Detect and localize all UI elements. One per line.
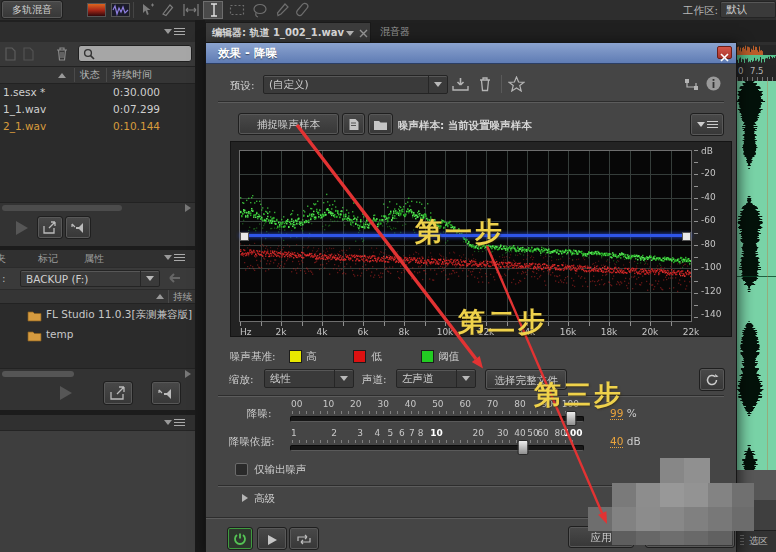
preview-play-button[interactable] <box>258 528 286 549</box>
search-input[interactable] <box>99 47 191 62</box>
file-row[interactable]: 1_1.wav0:07.299 <box>0 101 195 118</box>
noise-reduction-thumb[interactable] <box>566 411 577 426</box>
folder-row[interactable]: FL Studio 11.0.3[亲测兼容版] <box>0 304 195 324</box>
effect-power-toggle[interactable] <box>228 528 252 549</box>
channel-dropdown[interactable]: 左声道 <box>396 369 476 388</box>
panel-menu-icon[interactable] <box>164 254 185 261</box>
chevron-down-icon <box>456 370 470 387</box>
column-divider[interactable] <box>195 20 205 552</box>
noise-floor-handle-right[interactable] <box>682 232 691 241</box>
output-noise-only-label[interactable]: 仅输出噪声 <box>254 462 307 476</box>
scale-dropdown[interactable]: 线性 <box>264 369 354 388</box>
file-row[interactable]: 1.sesx *0:30.000 <box>0 84 195 101</box>
dialog-titlebar[interactable]: 效果 - 降噪 <box>206 43 736 64</box>
tab-mixer[interactable]: 混音器 <box>380 25 410 39</box>
noise-floor-handle-left[interactable] <box>240 232 249 241</box>
open-in-multitrack-button[interactable] <box>38 217 62 238</box>
timeline-ruler[interactable]: 0 7.5 <box>737 65 776 82</box>
annotation-step1: 第一步 <box>415 214 505 250</box>
slider-tick-label: 0 <box>297 399 303 409</box>
loop-preview-button[interactable] <box>290 528 318 549</box>
separator <box>218 485 724 487</box>
save-preset-icon[interactable] <box>452 77 469 92</box>
advanced-label[interactable]: 高级 <box>254 491 275 505</box>
file-duration: 0:07.299 <box>98 101 160 118</box>
trash-icon[interactable] <box>55 46 69 61</box>
dialog-close-button[interactable] <box>717 46 732 59</box>
advanced-expand-icon[interactable] <box>242 494 248 502</box>
spectral-display-icon[interactable] <box>87 3 106 17</box>
play-icon[interactable] <box>60 386 72 400</box>
new-file-icon[interactable] <box>22 47 35 61</box>
browser-duration-column[interactable]: 持续 <box>168 290 192 303</box>
move-tool-icon[interactable] <box>139 2 155 18</box>
slider-tick-label: 1 <box>291 428 297 438</box>
marquee-tool-icon[interactable] <box>228 2 246 18</box>
scroll-right-icon[interactable] <box>185 204 191 212</box>
folder-row[interactable]: temp <box>0 324 195 344</box>
editor-tab-close-icon[interactable] <box>359 29 368 38</box>
reduce-by-slider[interactable] <box>290 445 584 451</box>
apply-button[interactable]: 应用 <box>569 527 633 547</box>
info-icon[interactable] <box>706 76 721 91</box>
scroll-right-icon[interactable] <box>185 370 191 378</box>
overview-waveform[interactable] <box>737 45 776 65</box>
favorite-star-icon[interactable] <box>508 76 525 92</box>
search-box[interactable] <box>78 45 192 62</box>
separator <box>218 101 724 103</box>
back-arrow-icon[interactable] <box>167 272 181 284</box>
status-column-header[interactable]: 状态 <box>74 68 100 82</box>
reduce-by-value[interactable]: 40 dB <box>610 434 641 448</box>
browser-header[interactable]: 持续 <box>0 290 195 304</box>
spot-heal-tool-icon[interactable] <box>295 2 313 18</box>
drive-dropdown[interactable]: BACKUP (F:) <box>20 270 160 287</box>
lasso-tool-icon[interactable] <box>251 2 269 18</box>
duration-column-header[interactable]: 持续时间 <box>106 68 152 82</box>
preset-routing-icon[interactable] <box>684 78 699 91</box>
open-in-multitrack-button[interactable] <box>104 382 132 404</box>
files-header[interactable]: 状态 持续时间 <box>0 67 195 84</box>
razor-tool-icon[interactable] <box>160 2 176 18</box>
delete-preset-icon[interactable] <box>478 76 492 92</box>
panel-menu-icon[interactable] <box>164 28 185 35</box>
preset-dropdown[interactable]: (自定义) <box>263 75 448 94</box>
brush-tool-icon[interactable] <box>273 2 291 18</box>
scroll-thumb[interactable] <box>2 371 74 377</box>
editor-tab-dropdown-icon[interactable] <box>346 31 354 36</box>
browser-tab[interactable]: 属性 <box>84 252 104 266</box>
workspace-dropdown[interactable]: 默认 <box>720 1 776 18</box>
autoplay-speaker-button[interactable] <box>66 217 90 238</box>
file-row[interactable]: 2_1.wav0:10.144 <box>0 118 195 135</box>
reduce-by-thumb[interactable] <box>518 440 529 455</box>
tab-editor[interactable]: 编辑器: 轨道 1_002_1.wav <box>205 22 371 42</box>
play-icon[interactable] <box>16 221 28 235</box>
reset-button[interactable] <box>700 369 724 390</box>
ibeam-tool-active-frame[interactable] <box>203 1 223 19</box>
save-noise-sample-button[interactable] <box>343 114 364 134</box>
y-axis-tick-label: -20 <box>701 168 716 178</box>
sample-menu-button[interactable] <box>691 114 723 135</box>
panel-menu-icon[interactable] <box>164 419 185 426</box>
waveform-display[interactable] <box>737 81 776 470</box>
waveform-display-icon[interactable] <box>111 3 130 17</box>
time-selection-tool-icon[interactable] <box>182 2 200 18</box>
capture-noise-sample-button[interactable]: 捕捉噪声样本 <box>239 114 338 134</box>
chevron-down-icon <box>334 370 348 387</box>
files-transport <box>0 212 195 246</box>
browser-tab[interactable]: 夹 <box>0 252 6 266</box>
import-file-icon[interactable] <box>4 47 17 61</box>
load-noise-sample-button[interactable] <box>369 114 392 134</box>
slider-tick-label: 30 <box>377 399 388 409</box>
toolbar-divider <box>501 75 502 93</box>
close-dialog-button[interactable] <box>646 527 734 547</box>
separator <box>218 395 724 397</box>
noise-reduction-slider[interactable] <box>290 416 584 422</box>
output-noise-only-checkbox[interactable] <box>235 463 248 476</box>
browser-tab[interactable]: 标记 <box>38 252 58 266</box>
scroll-thumb[interactable] <box>2 205 122 211</box>
preset-label: 预设: <box>230 78 255 92</box>
autoplay-speaker-button[interactable] <box>152 382 180 404</box>
multitrack-button[interactable]: 多轨混音 <box>2 1 62 18</box>
panel-grip[interactable] <box>740 535 744 547</box>
slider-tick-label: 80 <box>514 399 525 409</box>
